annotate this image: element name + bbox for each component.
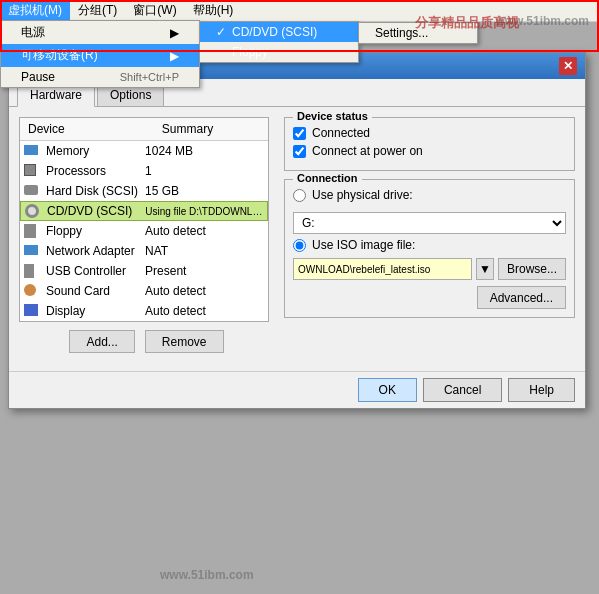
device-summary-memory: 1024 MB — [145, 144, 264, 158]
floppy-icon — [24, 224, 42, 238]
menu-help[interactable]: 帮助(H) — [185, 0, 242, 21]
display-icon — [24, 304, 42, 318]
iso-file-value: OWNLOAD\rebelefi_latest.iso — [298, 264, 430, 275]
device-buttons: Add... Remove — [19, 322, 274, 361]
device-col-summary: Summary — [154, 120, 268, 138]
connected-label: Connected — [312, 126, 370, 140]
device-summary-sound: Auto detect — [145, 284, 264, 298]
iso-radio[interactable] — [293, 239, 306, 252]
physical-drive-label: Use physical drive: — [312, 188, 413, 202]
iso-label: Use ISO image file: — [312, 238, 415, 252]
hdd-icon — [24, 184, 42, 198]
menu-group[interactable]: 分组(T) — [70, 0, 125, 21]
menu-removable[interactable]: 可移动设备(R) ▶ ✓ CD/DVD (SCSI) Settings... — [1, 44, 199, 67]
add-button[interactable]: Add... — [69, 330, 134, 353]
submenu-removable: ✓ CD/DVD (SCSI) Settings... Floppy — [199, 21, 359, 63]
submenu-settings[interactable]: Settings... — [359, 23, 477, 43]
device-summary-floppy: Auto detect — [145, 224, 264, 238]
device-name-sound: Sound Card — [46, 284, 145, 298]
spacer — [284, 326, 575, 361]
submenu-floppy[interactable]: Floppy — [200, 42, 358, 62]
physical-drive-select[interactable]: G: — [293, 212, 566, 234]
vmachine-menu: 电源 ▶ 可移动设备(R) ▶ ✓ CD/DVD (SCSI) Settings… — [0, 20, 200, 88]
device-row-memory[interactable]: Memory 1024 MB — [20, 141, 268, 161]
menu-pause[interactable]: Pause Shift+Ctrl+P — [1, 67, 199, 87]
device-name-display: Display — [46, 304, 145, 318]
advanced-row: Advanced... — [293, 286, 566, 309]
cdrom-icon — [25, 204, 43, 218]
device-status-group: Device status Connected Connect at power… — [284, 117, 575, 171]
device-col-device: Device — [20, 120, 154, 138]
connect-power-checkbox[interactable] — [293, 145, 306, 158]
device-summary-harddisk: 15 GB — [145, 184, 264, 198]
iso-file-row: OWNLOAD\rebelefi_latest.iso ▼ Browse... — [293, 258, 566, 280]
usb-icon — [24, 264, 42, 278]
device-list-header: Device Summary — [20, 118, 268, 141]
device-summary-cddvd: Using file D:\TDDOWNLOAD\... — [145, 206, 263, 217]
device-name-memory: Memory — [46, 144, 145, 158]
connected-checkbox[interactable] — [293, 127, 306, 140]
dialog-footer: OK Cancel Help — [9, 371, 585, 408]
advanced-button[interactable]: Advanced... — [477, 286, 566, 309]
menu-power[interactable]: 电源 ▶ — [1, 21, 199, 44]
cpu-icon — [24, 164, 42, 178]
dialog-close-button[interactable]: ✕ — [559, 57, 577, 75]
physical-drive-radio[interactable] — [293, 189, 306, 202]
device-summary-network: NAT — [145, 244, 264, 258]
device-row-processors[interactable]: Processors 1 — [20, 161, 268, 181]
iso-file-input[interactable]: OWNLOAD\rebelefi_latest.iso — [293, 258, 472, 280]
device-row-harddisk[interactable]: Hard Disk (SCSI) 15 GB — [20, 181, 268, 201]
device-name-processors: Processors — [46, 164, 145, 178]
menu-vmachine[interactable]: 虚拟机(M) — [0, 0, 70, 21]
device-name-cddvd: CD/DVD (SCSI) — [47, 204, 145, 218]
watermark-bottom: www.51ibm.com — [160, 568, 254, 582]
remove-button[interactable]: Remove — [145, 330, 224, 353]
connect-power-label: Connect at power on — [312, 144, 423, 158]
vm-settings-dialog: Virtual Machine Settings ✕ Hardware Opti… — [8, 52, 586, 409]
device-summary-usb: Present — [145, 264, 264, 278]
device-name-network: Network Adapter — [46, 244, 145, 258]
device-row-usb[interactable]: USB Controller Present — [20, 261, 268, 281]
cancel-button[interactable]: Cancel — [423, 378, 502, 402]
device-list: Device Summary Memory 1024 MB Processors… — [19, 117, 269, 322]
device-summary-processors: 1 — [145, 164, 264, 178]
device-status-label: Device status — [293, 110, 372, 122]
network-icon — [24, 244, 42, 258]
device-row-sound[interactable]: Sound Card Auto detect — [20, 281, 268, 301]
dialog-body: Device Summary Memory 1024 MB Processors… — [9, 107, 585, 371]
submenu-cddvd[interactable]: ✓ CD/DVD (SCSI) Settings... — [200, 22, 358, 42]
device-summary-display: Auto detect — [145, 304, 264, 318]
menu-bar: 虚拟机(M) 分组(T) 窗口(W) 帮助(H) — [0, 0, 599, 22]
iso-row-radio: Use ISO image file: — [293, 238, 566, 252]
sound-icon — [24, 284, 42, 298]
memory-icon — [24, 144, 42, 158]
menu-window[interactable]: 窗口(W) — [125, 0, 184, 21]
browse-button[interactable]: Browse... — [498, 258, 566, 280]
iso-dropdown-button[interactable]: ▼ — [476, 258, 494, 280]
settings-panel: Device status Connected Connect at power… — [284, 117, 575, 361]
connect-power-row: Connect at power on — [293, 144, 566, 158]
device-row-floppy[interactable]: Floppy Auto detect — [20, 221, 268, 241]
help-button[interactable]: Help — [508, 378, 575, 402]
device-row-network[interactable]: Network Adapter NAT — [20, 241, 268, 261]
device-name-floppy: Floppy — [46, 224, 145, 238]
device-row-cddvd[interactable]: CD/DVD (SCSI) Using file D:\TDDOWNLOAD\.… — [20, 201, 268, 221]
ok-button[interactable]: OK — [358, 378, 417, 402]
physical-drive-row: Use physical drive: — [293, 188, 566, 202]
device-list-panel: Device Summary Memory 1024 MB Processors… — [19, 117, 274, 361]
submenu-cddvd-options: Settings... — [358, 22, 478, 44]
connection-group: Connection Use physical drive: G: Use IS… — [284, 179, 575, 318]
connection-label: Connection — [293, 172, 362, 184]
connected-row: Connected — [293, 126, 566, 140]
device-row-display[interactable]: Display Auto detect — [20, 301, 268, 321]
device-name-harddisk: Hard Disk (SCSI) — [46, 184, 145, 198]
device-name-usb: USB Controller — [46, 264, 145, 278]
